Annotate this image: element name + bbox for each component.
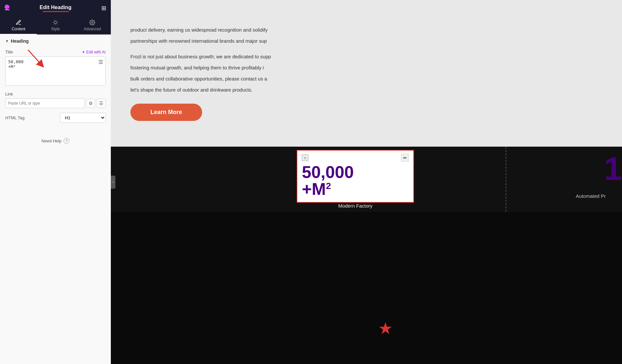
textarea-container: 50,000 +M² ☰ <box>5 56 106 87</box>
need-help-section[interactable]: Need Help ? <box>0 131 111 150</box>
canvas-top: product delivery, earning us widespread … <box>111 0 622 147</box>
tab-advanced-label: Advanced <box>84 27 101 31</box>
style-icon <box>52 20 58 25</box>
tab-advanced[interactable]: Advanced <box>74 16 111 35</box>
right-canvas: product delivery, earning us widespread … <box>111 0 622 364</box>
section-heading-label: Heading <box>11 38 29 44</box>
heading-sub-text: +M2 <box>302 181 409 197</box>
tab-style-label: Style <box>51 27 60 31</box>
modern-factory-label: Modern Factory <box>297 203 414 209</box>
learn-more-button[interactable]: Learn More <box>130 104 202 121</box>
content-icon <box>16 20 22 25</box>
widget-square-icon: □ <box>302 154 308 161</box>
advanced-icon <box>89 20 95 25</box>
panel-title: Edit Heading <box>40 5 72 10</box>
canvas-text-6: let's shape the future of outdoor and dr… <box>130 86 602 94</box>
chevron-left-icon: ‹ <box>112 180 113 184</box>
panel-content: ▼ Heading Title Edit with AI 50,000 +M² … <box>0 35 111 364</box>
canvas-text-1: product delivery, earning us widespread … <box>130 26 602 34</box>
dot-icon <box>5 5 9 9</box>
need-help-label: Need Help <box>41 138 61 143</box>
widget-topbar: □ ✏ <box>302 154 409 162</box>
canvas-text-4: fostering mutual growth, and helping the… <box>130 64 602 72</box>
canvas-middle: □ ✏ 50,000 +M2 1 Automated Pr Modern Fac… <box>111 147 622 212</box>
canvas-bottom: ★ <box>111 212 622 364</box>
widget-edit-icon[interactable]: ✏ <box>401 154 409 162</box>
title-label: Title <box>5 50 13 54</box>
canvas-text-5: bulk orders and collaborative opportunit… <box>130 75 602 83</box>
svg-point-1 <box>92 22 93 23</box>
field-group: Title Edit with AI 50,000 +M² ☰ <box>0 48 111 131</box>
link-stack-btn[interactable]: ☰ <box>96 99 106 108</box>
question-mark: ? <box>66 139 67 143</box>
tab-content-label: Content <box>12 27 25 31</box>
edit-with-ai-button[interactable]: Edit with AI <box>82 50 106 54</box>
grid-icon[interactable]: ⊞ <box>101 5 106 12</box>
link-label: Link <box>5 92 106 96</box>
title-textarea[interactable]: 50,000 +M² <box>5 56 106 86</box>
link-input[interactable] <box>5 98 85 108</box>
link-settings-btn[interactable]: ⚙ <box>86 99 95 108</box>
title-field-row: Title Edit with AI <box>5 50 106 54</box>
right-heading-partial: 1 <box>604 150 622 187</box>
collapse-panel-btn[interactable]: ‹ <box>111 176 115 189</box>
heading-sub-span: +M2 <box>302 180 331 198</box>
html-tag-select[interactable]: H1 H2 H3 H4 H5 H6 div span p <box>60 113 106 123</box>
dashed-separator <box>506 147 506 212</box>
dot-indicator <box>5 5 9 9</box>
title-underline <box>43 11 69 12</box>
heading-main-text: 50,000 <box>302 164 409 181</box>
textarea-wrapper: 50,000 +M² ☰ <box>5 56 106 87</box>
automated-pr-label: Automated Pr <box>576 193 606 199</box>
panel-topbar: ☰ Edit Heading ⊞ <box>0 0 111 16</box>
link-input-row: ⚙ ☰ <box>5 98 106 108</box>
help-icon: ? <box>64 138 69 144</box>
canvas-text-3: Frozl is not just about business growth;… <box>130 53 602 61</box>
star-icon: ★ <box>378 319 393 338</box>
html-tag-row: HTML Tag H1 H2 H3 H4 H5 H6 div span p <box>5 113 106 123</box>
canvas-text-2: partnerships with renowned international… <box>130 37 602 45</box>
left-panel: ☰ Edit Heading ⊞ Content Style <box>0 0 111 364</box>
stack-icon[interactable]: ☰ <box>98 59 103 65</box>
heading-widget: □ ✏ 50,000 +M2 <box>297 150 414 203</box>
tab-style[interactable]: Style <box>37 16 74 35</box>
section-heading[interactable]: ▼ Heading <box>0 35 111 48</box>
tab-content[interactable]: Content <box>0 16 37 35</box>
svg-point-0 <box>54 21 57 24</box>
panel-tabs: Content Style Advanced <box>0 16 111 35</box>
html-tag-label: HTML Tag <box>5 115 24 120</box>
section-arrow: ▼ <box>5 39 9 43</box>
